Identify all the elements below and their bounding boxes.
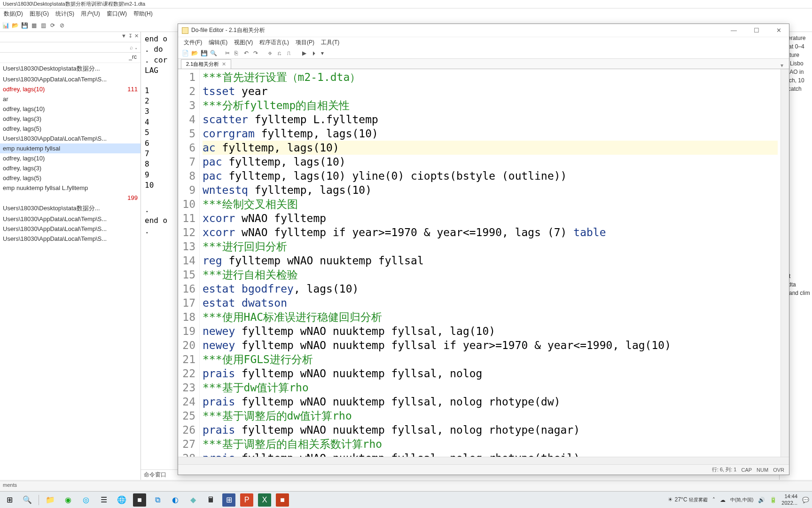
history-item[interactable]: odfrey, lags(5) — [0, 173, 141, 183]
code-line[interactable]: corrgram fylltemp, lags(10) — [203, 127, 778, 141]
code-line[interactable]: ***基于dw值计算rho — [203, 381, 778, 395]
store-icon[interactable]: ⧉ — [151, 493, 164, 507]
grid-icon[interactable]: ▥ — [39, 22, 47, 29]
code-line[interactable]: prais fylltemp wNAO nuuktemp fyllsal nol… — [203, 451, 778, 457]
code-line[interactable]: prais fylltemp wNAO nuuktemp fyllsal, no… — [203, 423, 778, 437]
chart-icon[interactable]: 📊 — [2, 22, 9, 29]
dofile-editor[interactable]: 1234567891011121314151617181920212223242… — [178, 69, 789, 457]
history-item[interactable]: odfrey, lags(5) — [0, 124, 141, 134]
history-item[interactable]: odfrey, lags(3) — [0, 114, 141, 124]
history-item[interactable]: Users\18030\AppData\Local\Temp\S... — [0, 234, 141, 244]
stata-icon[interactable]: ⊞ — [222, 493, 235, 507]
history-item[interactable]: emp nuuktemp fyllsal L.fylltemp — [0, 183, 141, 193]
onedrive-icon[interactable]: ☁ — [720, 497, 726, 503]
start-button[interactable]: ⊞ — [3, 493, 16, 507]
history-item[interactable]: odfrey, lags(10)111 — [0, 84, 141, 94]
save-icon[interactable]: 💾 — [21, 22, 28, 29]
history-item[interactable]: Users\18030\AppData\Local\Temp\S... — [0, 74, 141, 84]
redo-icon[interactable]: ↷ — [253, 50, 260, 56]
code-line[interactable]: ***绘制交叉相关图 — [203, 197, 778, 211]
calc-icon[interactable]: 🖩 — [204, 493, 218, 507]
dofile-titlebar[interactable]: Do-file Editor - 2.1自相关分析 — ☐ ✕ — [178, 24, 789, 37]
undo-icon[interactable]: ↶ — [244, 50, 250, 56]
dofile-tab[interactable]: 2.1自相关分析 ✕ — [181, 59, 231, 69]
menu-item[interactable]: 图形(G) — [28, 9, 51, 19]
clock[interactable]: 14:44 2022... — [781, 493, 797, 506]
code-line[interactable]: wntestq fylltemp, lags(10) — [203, 183, 778, 197]
code-line[interactable]: estat dwatson — [203, 296, 778, 310]
history-item[interactable]: Users\18030\AppData\Local\Temp\S... — [0, 214, 141, 224]
close-button[interactable]: ✕ — [773, 26, 785, 35]
skype-icon[interactable]: ◎ — [79, 493, 93, 507]
bookmark-prev-icon[interactable]: ⎌ — [278, 50, 284, 56]
history-filter[interactable]: ⌕ ▾ — [0, 42, 141, 53]
powerpoint-icon[interactable]: P — [240, 493, 253, 507]
code-line[interactable]: xcorr wNAO fylltemp — [203, 211, 778, 225]
windows-taskbar[interactable]: ⊞ 🔍 📁 ◉ ◎ ☰ 🌐 ■ ⧉ ◐ ◆ 🖩 ⊞ P X ■ ☀ 27°C 轻… — [0, 491, 812, 508]
explorer-icon[interactable]: 📁 — [44, 493, 57, 507]
chrome-icon[interactable]: 🌐 — [115, 493, 128, 507]
system-tray[interactable]: ☀ 27°C 轻度雾霾 ˄ ☁ 中(简,中国) 🔊 🔋 14:44 2022..… — [668, 493, 809, 506]
tab-scroll-icon[interactable]: ▾ — [778, 62, 786, 69]
search-icon[interactable]: 🔍 — [210, 50, 217, 56]
code-line[interactable]: reg fylltemp wNAO nuuktemp fyllsal — [203, 254, 778, 268]
code-line[interactable]: scatter fylltemp L.fylltemp — [203, 112, 778, 127]
weather-widget[interactable]: ☀ 27°C 轻度雾霾 — [668, 496, 708, 503]
run-icon[interactable]: ▶ — [302, 50, 309, 56]
menu-item[interactable]: 帮助(H) — [132, 9, 155, 19]
minimize-button[interactable]: — — [727, 26, 741, 35]
menu-item[interactable]: 视图(V) — [232, 38, 255, 48]
tray-chevron-icon[interactable]: ˄ — [712, 497, 715, 503]
maximize-button[interactable]: ☐ — [750, 26, 763, 35]
wechat-icon[interactable]: ◉ — [62, 493, 75, 507]
history-item[interactable]: odfrey, lags(10) — [0, 104, 141, 114]
history-list[interactable]: Users\18030\Desktop\stata数据分...Users\180… — [0, 63, 141, 480]
search-button[interactable]: 🔍 — [21, 493, 34, 507]
menu-item[interactable]: 用户(U) — [79, 9, 102, 19]
code-line[interactable]: pac fylltemp, lags(10) yline(0) ciopts(b… — [203, 169, 778, 183]
bookmark-next-icon[interactable]: ⎍ — [287, 50, 294, 56]
code-area[interactable]: ***首先进行设置（m2-1.dta）tsset year***分析fyllte… — [200, 69, 781, 457]
dropdown-icon[interactable]: ⌕ ▾ — [130, 44, 138, 51]
app-icon-2[interactable]: ◆ — [187, 493, 200, 507]
history-item[interactable]: odfrey, lags(3) — [0, 163, 141, 173]
menu-item[interactable]: 项目(P) — [294, 38, 316, 48]
code-line[interactable]: estat bgodfrey, lags(10) — [203, 282, 778, 296]
history-item[interactable]: 199 — [0, 193, 141, 203]
taskview-icon[interactable]: ☰ — [97, 493, 110, 507]
edge-icon[interactable]: ◐ — [169, 493, 182, 507]
history-item[interactable]: Users\18030\AppData\Local\Temp\S... — [0, 134, 141, 143]
app-icon-1[interactable]: ■ — [133, 493, 146, 507]
code-line[interactable]: ***分析fylltemp的自相关性 — [203, 98, 778, 112]
code-line[interactable]: ***进行回归分析 — [203, 239, 778, 254]
menu-item[interactable]: 编辑(E) — [207, 38, 229, 48]
menu-item[interactable]: 文件(F) — [182, 38, 204, 48]
main-menubar[interactable]: 数据(D)图形(G)统计(S)用户(U)窗口(W)帮助(H) — [0, 8, 812, 19]
bookmark-icon[interactable]: ⎆ — [268, 50, 275, 56]
code-line[interactable]: pac fylltemp, lags(10) — [203, 155, 778, 169]
code-line[interactable]: ***基于调整后的dw值计算rho — [203, 409, 778, 423]
excel-icon[interactable]: X — [258, 493, 271, 507]
code-line[interactable]: ***使用HAC标准误进行稳健回归分析 — [203, 310, 778, 324]
code-line[interactable]: ac fylltemp, lags(10) — [203, 141, 778, 155]
close-panel-icon[interactable]: ✕ — [134, 33, 139, 41]
code-line[interactable]: ***使用FGLS进行分析 — [203, 352, 778, 366]
code-line[interactable]: prais fylltemp wNAO nuuktemp fyllsal, no… — [203, 395, 778, 409]
cut-icon[interactable]: ✂ — [225, 50, 232, 56]
save-icon[interactable]: 💾 — [201, 50, 207, 56]
menu-item[interactable]: 统计(S) — [54, 9, 76, 19]
history-item[interactable]: ar — [0, 94, 141, 104]
browse-icon[interactable]: ▦ — [30, 22, 38, 29]
dofile-menubar[interactable]: 文件(F)编辑(E)视图(V)程序语言(L)项目(P)工具(T) — [178, 37, 789, 48]
open-icon[interactable]: 📂 — [11, 22, 19, 29]
new-icon[interactable]: 📄 — [182, 50, 188, 56]
code-line[interactable]: ***首先进行设置（m2-1.dta） — [203, 70, 778, 84]
code-line[interactable]: prais fylltemp wNAO nuuktemp fyllsal, no… — [203, 366, 778, 381]
code-line[interactable]: newey fylltemp wNAO nuuktemp fyllsal, la… — [203, 324, 778, 338]
battery-icon[interactable]: 🔋 — [770, 497, 777, 503]
execute-icon[interactable]: ⏵ — [312, 50, 318, 56]
dofile-tabbar[interactable]: 2.1自相关分析 ✕ ▾ — [178, 59, 789, 69]
horizontal-scrollbar[interactable] — [178, 457, 789, 464]
code-line[interactable]: ***基于调整后的自相关系数计算rho — [203, 437, 778, 451]
history-item[interactable]: Users\18030\AppData\Local\Temp\S... — [0, 224, 141, 234]
